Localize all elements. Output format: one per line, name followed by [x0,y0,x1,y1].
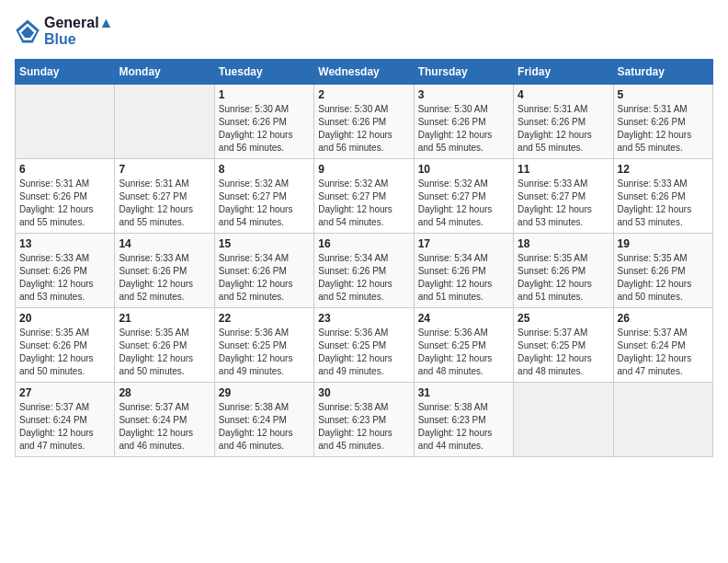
day-number: 5 [618,88,709,101]
weekday-header-thursday: Thursday [414,60,513,85]
day-info: Sunrise: 5:32 AM Sunset: 6:27 PM Dayligh… [318,178,409,229]
day-info: Sunrise: 5:32 AM Sunset: 6:27 PM Dayligh… [418,178,509,229]
calendar-cell: 5Sunrise: 5:31 AM Sunset: 6:26 PM Daylig… [613,85,712,159]
calendar-cell: 24Sunrise: 5:36 AM Sunset: 6:25 PM Dayli… [414,308,513,383]
day-number: 19 [618,237,709,250]
day-info: Sunrise: 5:37 AM Sunset: 6:24 PM Dayligh… [618,327,709,378]
day-info: Sunrise: 5:30 AM Sunset: 6:26 PM Dayligh… [418,103,509,155]
day-number: 14 [119,237,210,250]
calendar-cell: 30Sunrise: 5:38 AM Sunset: 6:23 PM Dayli… [314,383,414,457]
calendar-cell: 15Sunrise: 5:34 AM Sunset: 6:26 PM Dayli… [214,234,313,308]
day-info: Sunrise: 5:35 AM Sunset: 6:26 PM Dayligh… [119,327,210,378]
calendar-cell: 1Sunrise: 5:30 AM Sunset: 6:26 PM Daylig… [214,85,313,159]
logo-icon [15,18,40,44]
day-number: 20 [19,312,110,325]
weekday-header-saturday: Saturday [613,60,712,85]
day-number: 28 [119,386,210,399]
day-number: 17 [418,237,509,250]
calendar-cell: 16Sunrise: 5:34 AM Sunset: 6:26 PM Dayli… [314,234,414,308]
calendar-cell [613,383,712,457]
day-number: 24 [418,312,509,325]
day-number: 18 [518,237,609,250]
day-info: Sunrise: 5:32 AM Sunset: 6:27 PM Dayligh… [219,178,310,229]
day-info: Sunrise: 5:34 AM Sunset: 6:26 PM Dayligh… [318,252,409,304]
calendar-cell: 17Sunrise: 5:34 AM Sunset: 6:26 PM Dayli… [414,234,513,308]
day-info: Sunrise: 5:36 AM Sunset: 6:25 PM Dayligh… [219,327,310,378]
calendar-cell: 22Sunrise: 5:36 AM Sunset: 6:25 PM Dayli… [214,308,313,383]
calendar-cell: 10Sunrise: 5:32 AM Sunset: 6:27 PM Dayli… [414,159,513,234]
day-info: Sunrise: 5:38 AM Sunset: 6:24 PM Dayligh… [219,401,310,453]
day-info: Sunrise: 5:33 AM Sunset: 6:27 PM Dayligh… [518,178,609,229]
calendar-cell: 4Sunrise: 5:31 AM Sunset: 6:26 PM Daylig… [514,85,613,159]
calendar-cell: 12Sunrise: 5:33 AM Sunset: 6:26 PM Dayli… [613,159,712,234]
calendar-cell: 20Sunrise: 5:35 AM Sunset: 6:26 PM Dayli… [16,308,115,383]
day-number: 31 [418,386,509,399]
calendar-cell: 6Sunrise: 5:31 AM Sunset: 6:26 PM Daylig… [16,159,115,234]
calendar-table: SundayMondayTuesdayWednesdayThursdayFrid… [15,59,713,457]
day-number: 3 [418,88,509,101]
day-number: 29 [219,386,310,399]
day-info: Sunrise: 5:35 AM Sunset: 6:26 PM Dayligh… [19,327,110,378]
calendar-cell: 31Sunrise: 5:38 AM Sunset: 6:23 PM Dayli… [414,383,513,457]
day-number: 6 [19,163,110,176]
logo: General▲ Blue [15,15,113,48]
weekday-header-friday: Friday [514,60,613,85]
page-header: General▲ Blue [15,15,713,48]
weekday-header-monday: Monday [115,60,214,85]
weekday-header-sunday: Sunday [16,60,115,85]
day-info: Sunrise: 5:38 AM Sunset: 6:23 PM Dayligh… [318,401,409,453]
day-info: Sunrise: 5:37 AM Sunset: 6:24 PM Dayligh… [19,401,110,453]
day-number: 4 [518,88,609,101]
calendar-cell: 2Sunrise: 5:30 AM Sunset: 6:26 PM Daylig… [314,85,414,159]
calendar-cell: 7Sunrise: 5:31 AM Sunset: 6:27 PM Daylig… [115,159,214,234]
day-info: Sunrise: 5:34 AM Sunset: 6:26 PM Dayligh… [418,252,509,304]
day-info: Sunrise: 5:37 AM Sunset: 6:25 PM Dayligh… [518,327,609,378]
day-info: Sunrise: 5:30 AM Sunset: 6:26 PM Dayligh… [318,103,409,155]
day-number: 1 [219,88,310,101]
calendar-cell: 25Sunrise: 5:37 AM Sunset: 6:25 PM Dayli… [514,308,613,383]
day-number: 15 [219,237,310,250]
day-info: Sunrise: 5:31 AM Sunset: 6:27 PM Dayligh… [119,178,210,229]
logo-text: General▲ Blue [44,15,113,48]
day-number: 9 [318,163,409,176]
day-number: 25 [518,312,609,325]
day-number: 22 [219,312,310,325]
calendar-cell: 13Sunrise: 5:33 AM Sunset: 6:26 PM Dayli… [16,234,115,308]
day-number: 10 [418,163,509,176]
calendar-cell: 11Sunrise: 5:33 AM Sunset: 6:27 PM Dayli… [514,159,613,234]
day-number: 30 [318,386,409,399]
calendar-cell: 3Sunrise: 5:30 AM Sunset: 6:26 PM Daylig… [414,85,513,159]
calendar-cell: 14Sunrise: 5:33 AM Sunset: 6:26 PM Dayli… [115,234,214,308]
weekday-header-wednesday: Wednesday [314,60,414,85]
day-info: Sunrise: 5:31 AM Sunset: 6:26 PM Dayligh… [518,103,609,155]
calendar-cell: 9Sunrise: 5:32 AM Sunset: 6:27 PM Daylig… [314,159,414,234]
day-number: 13 [19,237,110,250]
day-number: 2 [318,88,409,101]
calendar-cell: 23Sunrise: 5:36 AM Sunset: 6:25 PM Dayli… [314,308,414,383]
day-info: Sunrise: 5:33 AM Sunset: 6:26 PM Dayligh… [618,178,709,229]
day-number: 27 [19,386,110,399]
day-number: 11 [518,163,609,176]
day-number: 21 [119,312,210,325]
day-number: 8 [219,163,310,176]
day-number: 12 [618,163,709,176]
day-number: 26 [618,312,709,325]
calendar-cell: 18Sunrise: 5:35 AM Sunset: 6:26 PM Dayli… [514,234,613,308]
day-info: Sunrise: 5:38 AM Sunset: 6:23 PM Dayligh… [418,401,509,453]
weekday-header-tuesday: Tuesday [214,60,313,85]
calendar-cell: 27Sunrise: 5:37 AM Sunset: 6:24 PM Dayli… [16,383,115,457]
day-info: Sunrise: 5:30 AM Sunset: 6:26 PM Dayligh… [219,103,310,155]
day-info: Sunrise: 5:31 AM Sunset: 6:26 PM Dayligh… [618,103,709,155]
calendar-cell [514,383,613,457]
calendar-cell [115,85,214,159]
calendar-cell: 29Sunrise: 5:38 AM Sunset: 6:24 PM Dayli… [214,383,313,457]
calendar-cell [16,85,115,159]
calendar-cell: 19Sunrise: 5:35 AM Sunset: 6:26 PM Dayli… [613,234,712,308]
day-number: 16 [318,237,409,250]
calendar-cell: 21Sunrise: 5:35 AM Sunset: 6:26 PM Dayli… [115,308,214,383]
day-info: Sunrise: 5:33 AM Sunset: 6:26 PM Dayligh… [119,252,210,304]
day-number: 23 [318,312,409,325]
day-info: Sunrise: 5:35 AM Sunset: 6:26 PM Dayligh… [518,252,609,304]
day-info: Sunrise: 5:34 AM Sunset: 6:26 PM Dayligh… [219,252,310,304]
day-info: Sunrise: 5:35 AM Sunset: 6:26 PM Dayligh… [618,252,709,304]
